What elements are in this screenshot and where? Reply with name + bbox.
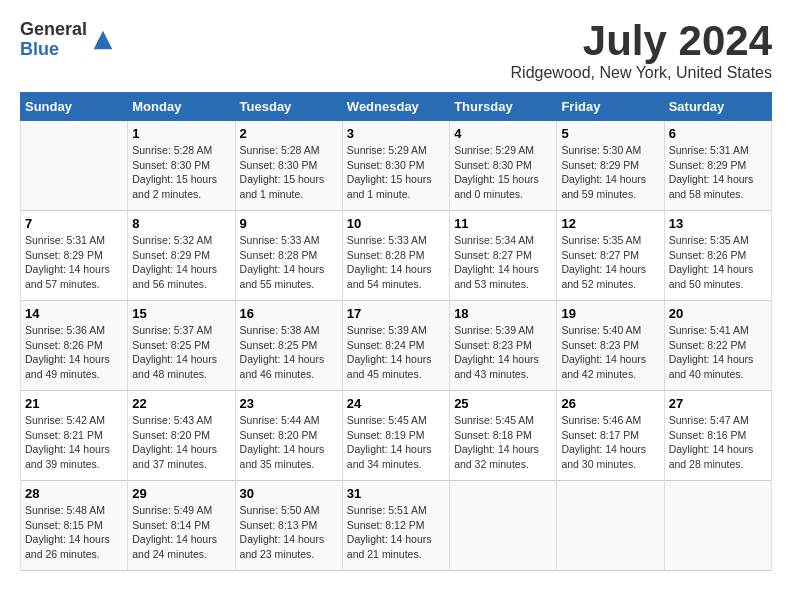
day-number: 1 (132, 126, 230, 141)
day-info: Sunrise: 5:39 AMSunset: 8:23 PMDaylight:… (454, 323, 552, 382)
col-sunday: Sunday (21, 93, 128, 121)
calendar-week-row: 14Sunrise: 5:36 AMSunset: 8:26 PMDayligh… (21, 301, 772, 391)
day-number: 15 (132, 306, 230, 321)
location: Ridgewood, New York, United States (511, 64, 772, 82)
day-number: 27 (669, 396, 767, 411)
day-number: 22 (132, 396, 230, 411)
calendar-cell: 25Sunrise: 5:45 AMSunset: 8:18 PMDayligh… (450, 391, 557, 481)
calendar-cell: 23Sunrise: 5:44 AMSunset: 8:20 PMDayligh… (235, 391, 342, 481)
day-number: 25 (454, 396, 552, 411)
day-number: 9 (240, 216, 338, 231)
day-number: 4 (454, 126, 552, 141)
day-number: 30 (240, 486, 338, 501)
day-info: Sunrise: 5:35 AMSunset: 8:26 PMDaylight:… (669, 233, 767, 292)
day-info: Sunrise: 5:33 AMSunset: 8:28 PMDaylight:… (347, 233, 445, 292)
day-number: 14 (25, 306, 123, 321)
day-number: 5 (561, 126, 659, 141)
day-info: Sunrise: 5:45 AMSunset: 8:19 PMDaylight:… (347, 413, 445, 472)
day-info: Sunrise: 5:46 AMSunset: 8:17 PMDaylight:… (561, 413, 659, 472)
day-number: 16 (240, 306, 338, 321)
calendar-cell: 15Sunrise: 5:37 AMSunset: 8:25 PMDayligh… (128, 301, 235, 391)
day-number: 12 (561, 216, 659, 231)
calendar-cell (21, 121, 128, 211)
day-info: Sunrise: 5:28 AMSunset: 8:30 PMDaylight:… (240, 143, 338, 202)
calendar-cell: 26Sunrise: 5:46 AMSunset: 8:17 PMDayligh… (557, 391, 664, 481)
month-title: July 2024 (511, 20, 772, 62)
calendar-cell: 11Sunrise: 5:34 AMSunset: 8:27 PMDayligh… (450, 211, 557, 301)
calendar-cell: 13Sunrise: 5:35 AMSunset: 8:26 PMDayligh… (664, 211, 771, 301)
calendar-cell: 9Sunrise: 5:33 AMSunset: 8:28 PMDaylight… (235, 211, 342, 301)
header-row: Sunday Monday Tuesday Wednesday Thursday… (21, 93, 772, 121)
day-number: 19 (561, 306, 659, 321)
calendar-cell: 6Sunrise: 5:31 AMSunset: 8:29 PMDaylight… (664, 121, 771, 211)
calendar-cell: 28Sunrise: 5:48 AMSunset: 8:15 PMDayligh… (21, 481, 128, 571)
calendar-cell: 3Sunrise: 5:29 AMSunset: 8:30 PMDaylight… (342, 121, 449, 211)
calendar-cell: 21Sunrise: 5:42 AMSunset: 8:21 PMDayligh… (21, 391, 128, 481)
day-info: Sunrise: 5:30 AMSunset: 8:29 PMDaylight:… (561, 143, 659, 202)
col-thursday: Thursday (450, 93, 557, 121)
svg-marker-0 (94, 30, 113, 49)
day-info: Sunrise: 5:32 AMSunset: 8:29 PMDaylight:… (132, 233, 230, 292)
day-info: Sunrise: 5:28 AMSunset: 8:30 PMDaylight:… (132, 143, 230, 202)
logo-general: General (20, 20, 87, 40)
calendar-cell: 31Sunrise: 5:51 AMSunset: 8:12 PMDayligh… (342, 481, 449, 571)
col-wednesday: Wednesday (342, 93, 449, 121)
col-saturday: Saturday (664, 93, 771, 121)
calendar-cell: 8Sunrise: 5:32 AMSunset: 8:29 PMDaylight… (128, 211, 235, 301)
calendar-cell: 18Sunrise: 5:39 AMSunset: 8:23 PMDayligh… (450, 301, 557, 391)
day-number: 28 (25, 486, 123, 501)
calendar-cell: 4Sunrise: 5:29 AMSunset: 8:30 PMDaylight… (450, 121, 557, 211)
day-number: 8 (132, 216, 230, 231)
day-info: Sunrise: 5:50 AMSunset: 8:13 PMDaylight:… (240, 503, 338, 562)
day-info: Sunrise: 5:29 AMSunset: 8:30 PMDaylight:… (454, 143, 552, 202)
day-info: Sunrise: 5:33 AMSunset: 8:28 PMDaylight:… (240, 233, 338, 292)
calendar-cell: 2Sunrise: 5:28 AMSunset: 8:30 PMDaylight… (235, 121, 342, 211)
day-number: 6 (669, 126, 767, 141)
calendar-cell: 27Sunrise: 5:47 AMSunset: 8:16 PMDayligh… (664, 391, 771, 481)
day-number: 26 (561, 396, 659, 411)
calendar-cell: 22Sunrise: 5:43 AMSunset: 8:20 PMDayligh… (128, 391, 235, 481)
day-number: 3 (347, 126, 445, 141)
calendar-cell: 12Sunrise: 5:35 AMSunset: 8:27 PMDayligh… (557, 211, 664, 301)
calendar-week-row: 7Sunrise: 5:31 AMSunset: 8:29 PMDaylight… (21, 211, 772, 301)
calendar-cell: 17Sunrise: 5:39 AMSunset: 8:24 PMDayligh… (342, 301, 449, 391)
day-number: 24 (347, 396, 445, 411)
calendar-cell: 5Sunrise: 5:30 AMSunset: 8:29 PMDaylight… (557, 121, 664, 211)
col-monday: Monday (128, 93, 235, 121)
calendar-table: Sunday Monday Tuesday Wednesday Thursday… (20, 92, 772, 571)
calendar-cell: 30Sunrise: 5:50 AMSunset: 8:13 PMDayligh… (235, 481, 342, 571)
day-info: Sunrise: 5:40 AMSunset: 8:23 PMDaylight:… (561, 323, 659, 382)
title-section: July 2024 Ridgewood, New York, United St… (511, 20, 772, 82)
calendar-cell: 7Sunrise: 5:31 AMSunset: 8:29 PMDaylight… (21, 211, 128, 301)
calendar-cell: 19Sunrise: 5:40 AMSunset: 8:23 PMDayligh… (557, 301, 664, 391)
day-info: Sunrise: 5:36 AMSunset: 8:26 PMDaylight:… (25, 323, 123, 382)
logo-text: General Blue (20, 20, 87, 60)
calendar-cell (664, 481, 771, 571)
day-info: Sunrise: 5:44 AMSunset: 8:20 PMDaylight:… (240, 413, 338, 472)
day-info: Sunrise: 5:51 AMSunset: 8:12 PMDaylight:… (347, 503, 445, 562)
col-tuesday: Tuesday (235, 93, 342, 121)
day-number: 31 (347, 486, 445, 501)
day-info: Sunrise: 5:42 AMSunset: 8:21 PMDaylight:… (25, 413, 123, 472)
calendar-cell: 24Sunrise: 5:45 AMSunset: 8:19 PMDayligh… (342, 391, 449, 481)
day-info: Sunrise: 5:43 AMSunset: 8:20 PMDaylight:… (132, 413, 230, 472)
calendar-cell: 20Sunrise: 5:41 AMSunset: 8:22 PMDayligh… (664, 301, 771, 391)
calendar-cell: 14Sunrise: 5:36 AMSunset: 8:26 PMDayligh… (21, 301, 128, 391)
day-number: 11 (454, 216, 552, 231)
day-number: 29 (132, 486, 230, 501)
calendar-cell: 29Sunrise: 5:49 AMSunset: 8:14 PMDayligh… (128, 481, 235, 571)
calendar-cell: 1Sunrise: 5:28 AMSunset: 8:30 PMDaylight… (128, 121, 235, 211)
day-info: Sunrise: 5:37 AMSunset: 8:25 PMDaylight:… (132, 323, 230, 382)
day-number: 13 (669, 216, 767, 231)
day-number: 17 (347, 306, 445, 321)
day-info: Sunrise: 5:31 AMSunset: 8:29 PMDaylight:… (669, 143, 767, 202)
day-info: Sunrise: 5:47 AMSunset: 8:16 PMDaylight:… (669, 413, 767, 472)
page-header: General Blue July 2024 Ridgewood, New Yo… (20, 20, 772, 82)
day-info: Sunrise: 5:35 AMSunset: 8:27 PMDaylight:… (561, 233, 659, 292)
calendar-cell: 10Sunrise: 5:33 AMSunset: 8:28 PMDayligh… (342, 211, 449, 301)
calendar-cell: 16Sunrise: 5:38 AMSunset: 8:25 PMDayligh… (235, 301, 342, 391)
day-number: 7 (25, 216, 123, 231)
day-info: Sunrise: 5:45 AMSunset: 8:18 PMDaylight:… (454, 413, 552, 472)
calendar-week-row: 21Sunrise: 5:42 AMSunset: 8:21 PMDayligh… (21, 391, 772, 481)
day-info: Sunrise: 5:49 AMSunset: 8:14 PMDaylight:… (132, 503, 230, 562)
